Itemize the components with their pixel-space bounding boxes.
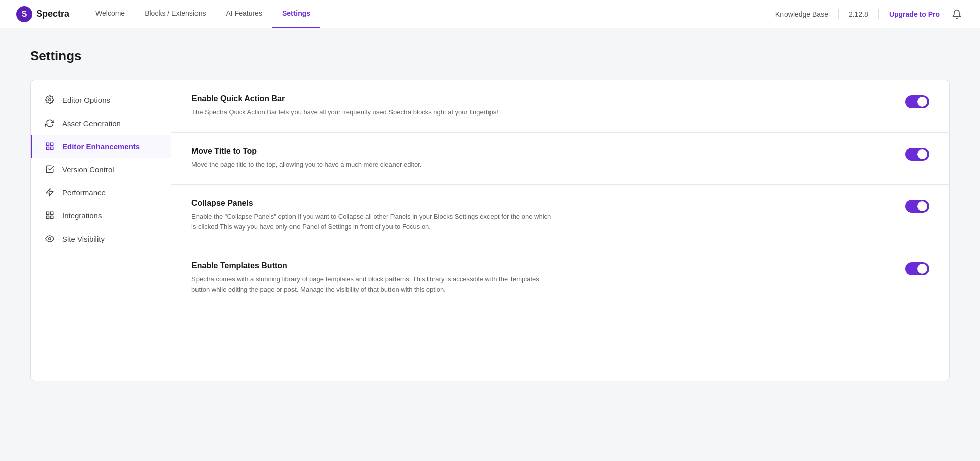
toggle-templates-button[interactable] — [905, 262, 929, 275]
upgrade-button[interactable]: Upgrade to Pro — [889, 10, 940, 18]
sidebar-item-integrations[interactable]: Integrations — [31, 204, 171, 227]
settings-layout: Editor Options Asset Generation — [30, 80, 950, 381]
setting-title-collapse-panels: Collapse Panels — [191, 199, 885, 208]
integrations-icon — [44, 211, 55, 220]
sidebar-integrations-label: Integrations — [62, 211, 102, 220]
site-visibility-icon — [44, 234, 55, 243]
sidebar-item-performance[interactable]: Performance — [31, 181, 171, 204]
toggle-wrapper-collapse-panels — [905, 200, 929, 213]
sidebar-editor-options-label: Editor Options — [62, 96, 110, 104]
sidebar-performance-label: Performance — [62, 188, 106, 197]
svg-rect-2 — [51, 143, 53, 145]
brand-name: Spectra — [36, 9, 69, 19]
nav-links: Welcome Blocks / Extensions AI Features … — [85, 0, 775, 28]
notification-icon[interactable] — [950, 7, 964, 21]
sidebar-version-control-label: Version Control — [62, 165, 114, 174]
toggle-collapse-panels[interactable] — [905, 200, 929, 213]
setting-desc-collapse-panels: Enable the "Collapse Panels" option if y… — [191, 212, 553, 233]
setting-row-templates-button: Enable Templates Button Spectra comes wi… — [171, 247, 949, 309]
page-title: Settings — [30, 48, 950, 64]
editor-options-icon — [44, 95, 55, 104]
nav-divider2 — [878, 9, 879, 19]
version-control-icon — [44, 165, 55, 174]
sidebar-asset-generation-label: Asset Generation — [62, 119, 121, 128]
setting-desc-quick-action-bar: The Spectra Quick Action Bar lets you ha… — [191, 107, 553, 118]
setting-info-collapse-panels: Collapse Panels Enable the "Collapse Pan… — [191, 199, 885, 233]
sidebar-item-site-visibility[interactable]: Site Visibility — [31, 227, 171, 250]
svg-rect-9 — [46, 216, 49, 219]
setting-info-quick-action-bar: Enable Quick Action Bar The Spectra Quic… — [191, 94, 885, 118]
svg-rect-6 — [46, 212, 49, 214]
setting-title-templates-button: Enable Templates Button — [191, 261, 885, 270]
svg-rect-7 — [51, 212, 53, 214]
knowledge-base-link[interactable]: Knowledge Base — [775, 10, 828, 18]
top-navigation: S Spectra Welcome Blocks / Extensions AI… — [0, 0, 980, 28]
nav-blocks[interactable]: Blocks / Extensions — [135, 0, 216, 28]
svg-rect-1 — [46, 143, 49, 145]
sidebar-item-version-control[interactable]: Version Control — [31, 158, 171, 181]
setting-title-move-title: Move Title to Top — [191, 147, 885, 156]
setting-info-templates-button: Enable Templates Button Spectra comes wi… — [191, 261, 885, 295]
asset-generation-icon — [44, 119, 55, 128]
nav-settings[interactable]: Settings — [272, 0, 320, 28]
toggle-wrapper-templates-button — [905, 262, 929, 275]
svg-marker-5 — [46, 189, 53, 196]
sidebar-item-asset-generation[interactable]: Asset Generation — [31, 111, 171, 135]
svg-rect-4 — [46, 147, 49, 150]
setting-info-move-title: Move Title to Top Move the page title to… — [191, 147, 885, 170]
setting-desc-move-title: Move the page title to the top, allowing… — [191, 160, 553, 170]
setting-row-move-title: Move Title to Top Move the page title to… — [171, 133, 949, 185]
toggle-wrapper-move-title — [905, 148, 929, 161]
settings-main: Enable Quick Action Bar The Spectra Quic… — [171, 80, 949, 381]
nav-welcome[interactable]: Welcome — [85, 0, 135, 28]
toggle-move-title[interactable] — [905, 148, 929, 161]
svg-rect-8 — [51, 216, 53, 219]
svg-rect-3 — [51, 147, 53, 150]
settings-sidebar: Editor Options Asset Generation — [31, 80, 171, 381]
setting-row-quick-action-bar: Enable Quick Action Bar The Spectra Quic… — [171, 80, 949, 133]
sidebar-item-editor-options[interactable]: Editor Options — [31, 88, 171, 111]
sidebar-editor-enhancements-label: Editor Enhancements — [62, 142, 140, 151]
toggle-wrapper-quick-action-bar — [905, 95, 929, 108]
setting-title-quick-action-bar: Enable Quick Action Bar — [191, 94, 885, 103]
setting-desc-templates-button: Spectra comes with a stunning library of… — [191, 274, 553, 295]
page-content: Settings Editor Options — [0, 28, 980, 401]
sidebar-site-visibility-label: Site Visibility — [62, 235, 105, 243]
nav-right: Knowledge Base 2.12.8 Upgrade to Pro — [775, 7, 964, 21]
editor-enhancements-icon — [44, 142, 55, 151]
logo-icon: S — [16, 6, 32, 22]
logo[interactable]: S Spectra — [16, 6, 69, 22]
setting-row-collapse-panels: Collapse Panels Enable the "Collapse Pan… — [171, 185, 949, 248]
toggle-quick-action-bar[interactable] — [905, 95, 929, 108]
svg-point-10 — [49, 238, 51, 240]
nav-ai[interactable]: AI Features — [216, 0, 272, 28]
nav-divider — [838, 9, 839, 19]
performance-icon — [44, 188, 55, 197]
svg-point-0 — [49, 99, 51, 101]
version-badge: 2.12.8 — [849, 10, 868, 18]
sidebar-item-editor-enhancements[interactable]: Editor Enhancements — [31, 135, 171, 158]
